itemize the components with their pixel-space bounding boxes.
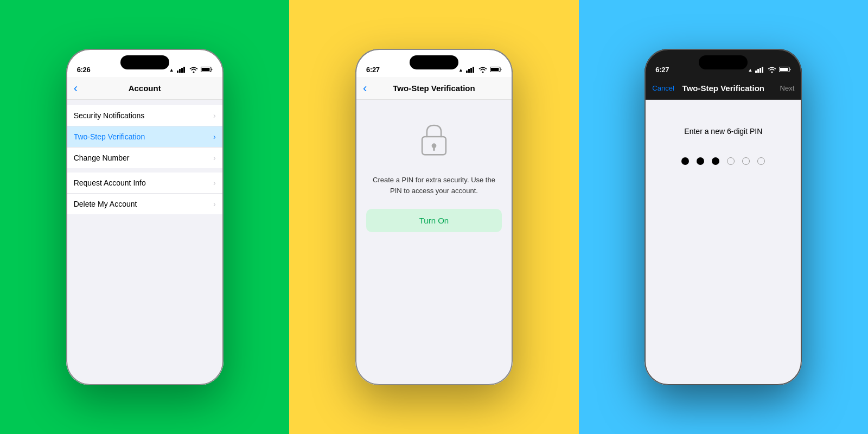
- nav-bar-3: Cancel Two-Step Verification Next: [644, 77, 802, 100]
- nav-bar-1: ‹ Account: [66, 77, 224, 100]
- svg-rect-9: [473, 67, 474, 73]
- svg-rect-8: [470, 68, 472, 73]
- next-button[interactable]: Next: [780, 84, 795, 92]
- nav-title-2: Two-Step Verification: [393, 84, 475, 93]
- wifi-icon-3: [768, 66, 776, 74]
- chevron-icon-1: ›: [213, 111, 216, 120]
- account-section-2: Request Account Info › Delete My Account…: [66, 173, 224, 214]
- chevron-icon-4: ›: [213, 178, 216, 187]
- nav-title-1: Account: [129, 84, 161, 93]
- svg-rect-3: [183, 67, 185, 73]
- svg-rect-17: [760, 68, 761, 73]
- security-notifications-item[interactable]: Security Notifications ›: [66, 105, 224, 126]
- phone-1: 6:26 ▲ ‹ Account: [66, 49, 224, 385]
- delete-account-label: Delete My Account: [74, 200, 213, 208]
- pin-instruction-label: Enter a new 6-digit PIN: [684, 127, 762, 136]
- svg-rect-14: [433, 147, 435, 151]
- signal-icon-3: [755, 66, 765, 74]
- status-time-3: 6:27: [655, 66, 669, 74]
- status-icons-2: ▲: [458, 66, 502, 74]
- panel-yellow: 6:27 ▲ ‹ Two-Step Verification: [289, 0, 578, 434]
- signal-icon-2: [466, 66, 476, 74]
- verification-description: Create a PIN for extra security. Use the…: [366, 175, 502, 196]
- panel-green: 6:26 ▲ ‹ Account: [0, 0, 289, 434]
- pin-dot-1: [681, 157, 689, 165]
- status-time-1: 6:26: [77, 66, 91, 74]
- account-screen: Security Notifications › Two-Step Verifi…: [66, 100, 224, 385]
- battery-icon-2: [490, 66, 502, 74]
- phone-2: 6:27 ▲ ‹ Two-Step Verification: [355, 49, 513, 385]
- security-notifications-label: Security Notifications: [74, 111, 213, 120]
- account-section-1: Security Notifications › Two-Step Verifi…: [66, 105, 224, 168]
- svg-rect-20: [780, 68, 788, 71]
- change-number-item[interactable]: Change Number ›: [66, 148, 224, 168]
- dynamic-island: [120, 55, 169, 69]
- svg-rect-11: [490, 68, 499, 71]
- pin-dots-container: [681, 157, 765, 165]
- panel-blue: 6:27 ▲ Cancel Two-Step Verification Next: [579, 0, 868, 434]
- pin-dot-6: [757, 157, 765, 165]
- dynamic-island-2: [410, 55, 458, 69]
- svg-rect-2: [181, 68, 183, 73]
- turn-on-button[interactable]: Turn On: [366, 209, 502, 232]
- location-icon-2: ▲: [458, 67, 463, 73]
- battery-icon-1: [201, 66, 213, 74]
- back-button-1[interactable]: ‹: [74, 81, 78, 95]
- pin-dot-4: [727, 157, 735, 165]
- svg-rect-0: [177, 71, 178, 73]
- status-icons-1: ▲: [169, 66, 213, 74]
- svg-rect-1: [179, 69, 181, 73]
- two-step-screen: Create a PIN for extra security. Use the…: [355, 100, 513, 385]
- status-icons-3: ▲: [748, 66, 791, 74]
- pin-dot-2: [697, 157, 704, 165]
- status-time-2: 6:27: [366, 66, 380, 74]
- change-number-label: Change Number: [74, 154, 213, 162]
- chevron-icon-2: ›: [213, 132, 216, 141]
- battery-icon-3: [779, 66, 791, 74]
- location-icon-1: ▲: [169, 67, 174, 73]
- svg-rect-15: [755, 71, 757, 73]
- request-account-item[interactable]: Request Account Info ›: [66, 173, 224, 194]
- svg-rect-6: [466, 71, 468, 73]
- pin-dot-3: [712, 157, 719, 165]
- back-button-2[interactable]: ‹: [363, 81, 367, 95]
- chevron-icon-5: ›: [213, 200, 216, 208]
- svg-rect-18: [762, 67, 763, 73]
- nav-title-3: Two-Step Verification: [682, 84, 764, 93]
- phone-3: 6:27 ▲ Cancel Two-Step Verification Next: [644, 49, 802, 385]
- delete-account-item[interactable]: Delete My Account ›: [66, 194, 224, 214]
- wifi-icon-1: [189, 66, 198, 74]
- two-step-label: Two-Step Verification: [74, 132, 213, 141]
- svg-rect-16: [757, 69, 759, 73]
- signal-icon-1: [177, 66, 187, 74]
- request-account-label: Request Account Info: [74, 178, 213, 187]
- cancel-button[interactable]: Cancel: [652, 84, 674, 92]
- pin-dot-5: [742, 157, 750, 165]
- wifi-icon-2: [478, 66, 487, 74]
- nav-bar-2: ‹ Two-Step Verification: [355, 77, 513, 100]
- svg-rect-7: [468, 69, 470, 73]
- dynamic-island-3: [699, 55, 748, 69]
- pin-entry-screen: Enter a new 6-digit PIN: [644, 100, 802, 385]
- svg-rect-5: [201, 68, 209, 71]
- chevron-icon-3: ›: [213, 154, 216, 162]
- location-icon-3: ▲: [748, 67, 752, 73]
- two-step-item[interactable]: Two-Step Verification ›: [66, 126, 224, 148]
- lock-icon: [415, 122, 453, 175]
